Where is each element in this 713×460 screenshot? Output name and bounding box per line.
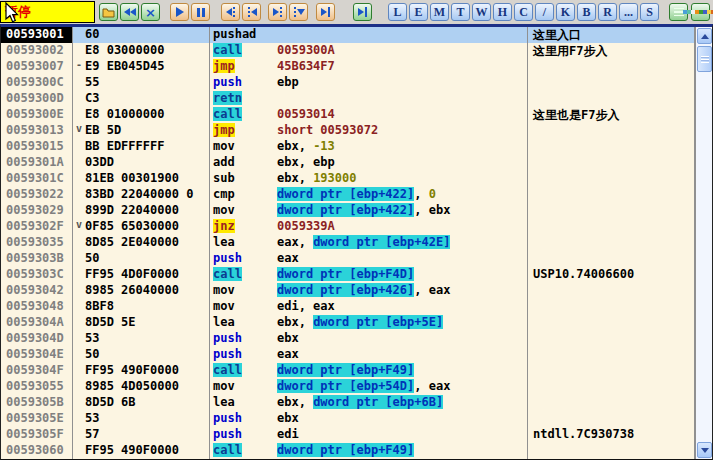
disasm-row[interactable]: 0059304FFF95 490F0000calldword ptr [ebp+… bbox=[1, 363, 695, 379]
disasm-row[interactable]: 0059300DC3retn bbox=[1, 91, 695, 107]
disasm-row[interactable]: 005930558985 4D050000movdword ptr [ebp+5… bbox=[1, 379, 695, 395]
bytes-text: BB EDFFFFFF bbox=[85, 139, 164, 153]
operand: short 00593072 bbox=[277, 123, 378, 137]
disasm-row[interactable]: 0059304D53pushebx bbox=[1, 331, 695, 347]
disasm-row[interactable]: 00593015BB EDFFFFFFmovebx, -13 bbox=[1, 139, 695, 155]
threads-button[interactable]: T bbox=[451, 3, 470, 21]
operand: dword ptr [ebp+422] bbox=[277, 203, 414, 217]
disasm-row[interactable]: 0059300C55pushebp bbox=[1, 75, 695, 91]
animate-over-button[interactable] bbox=[289, 3, 308, 21]
rewind-icon bbox=[124, 8, 136, 16]
instruction-cell: pushebx bbox=[210, 411, 528, 427]
bytes-text: 55 bbox=[85, 75, 99, 89]
instruction-cell: retn bbox=[210, 91, 528, 107]
disasm-row[interactable]: 0059303B50pusheax bbox=[1, 251, 695, 267]
disasm-row[interactable]: 00593002E8 03000000call0059300A这里用F7步入 bbox=[1, 43, 695, 59]
source-button[interactable]: S bbox=[640, 3, 659, 21]
windows-button[interactable]: W bbox=[472, 3, 491, 21]
disasm-row[interactable]: 005930488BF8movedi, eax bbox=[1, 299, 695, 315]
disasm-row[interactable]: 0059301C81EB 00301900subebx, 193000 bbox=[1, 171, 695, 187]
run-trace-button[interactable]: ... bbox=[619, 3, 638, 21]
scroll-down-button[interactable] bbox=[697, 442, 712, 458]
instruction-cell: calldword ptr [ebp+F49] bbox=[210, 363, 528, 379]
disasm-row[interactable]: 005930428985 26040000movdword ptr [ebp+4… bbox=[1, 283, 695, 299]
bytes-cell: E8 01000000 bbox=[73, 107, 210, 123]
scrollbar-thumb[interactable] bbox=[697, 46, 712, 72]
disasm-row[interactable]: 0059305F57pushedintdll.7C930738 bbox=[1, 427, 695, 443]
cpu-window-button[interactable]: C bbox=[514, 3, 533, 21]
disasm-row[interactable]: 0059305B8D5D 6Bleaebx, dword ptr [ebp+6B… bbox=[1, 395, 695, 411]
animate-into-button[interactable] bbox=[268, 3, 287, 21]
executable-modules-button[interactable]: E bbox=[409, 3, 428, 21]
bytes-text: E8 01000000 bbox=[85, 107, 164, 121]
references-button[interactable]: R bbox=[598, 3, 617, 21]
disasm-row[interactable]: 0059300160pushad这里入口 bbox=[1, 27, 695, 43]
operand: eax, bbox=[277, 235, 313, 249]
disasm-row[interactable]: 0059302Fv0F85 65030000jnz0059339A bbox=[1, 219, 695, 235]
instruction-cell: movdword ptr [ebp+422], ebx bbox=[210, 203, 528, 219]
address-cell: 0059304A bbox=[1, 315, 73, 331]
memory-map-button[interactable]: M bbox=[430, 3, 449, 21]
disasm-row[interactable]: 0059304E50pusheax bbox=[1, 347, 695, 363]
address-cell: 0059303C bbox=[1, 267, 73, 283]
disasm-row[interactable]: 0059302283BD 22040000 0cmpdword ptr [ebp… bbox=[1, 187, 695, 203]
comment-cell bbox=[528, 171, 695, 187]
mnemonic-field: lea bbox=[213, 315, 277, 329]
disasm-row[interactable]: 0059301A03DDaddebx, ebp bbox=[1, 155, 695, 171]
scroll-up-button[interactable] bbox=[697, 28, 712, 44]
bytes-text: E9 EB045D45 bbox=[85, 59, 164, 73]
instruction-cell: jmpshort 00593072 bbox=[210, 123, 528, 139]
bytes-text: 8985 26040000 bbox=[85, 283, 179, 297]
patches-button[interactable]: / bbox=[535, 3, 554, 21]
close-button[interactable]: × bbox=[141, 3, 160, 21]
operand: ebx bbox=[277, 331, 299, 345]
log-window-button[interactable]: L bbox=[388, 3, 407, 21]
bytes-text: 83BD 22040000 0 bbox=[85, 187, 193, 201]
disasm-row[interactable]: 00593007-E9 EB045D45jmp45B634F7 bbox=[1, 59, 695, 75]
mnemonic-field: mov bbox=[213, 379, 277, 393]
mnemonic-text: push bbox=[213, 75, 242, 89]
instruction-cell: calldword ptr [ebp+F4D] bbox=[210, 267, 528, 283]
toolbar-buttons: ×LEMTWHC/KBR...S? bbox=[99, 0, 713, 24]
bytes-text: 81EB 00301900 bbox=[85, 171, 179, 185]
appearance-button[interactable] bbox=[691, 3, 710, 21]
address-cell: 0059305E bbox=[1, 411, 73, 427]
step-into-button[interactable] bbox=[221, 3, 240, 21]
address-cell: 00593001 bbox=[1, 27, 73, 43]
call-stack-button[interactable]: K bbox=[556, 3, 575, 21]
disasm-row[interactable]: 00593029899D 22040000movdword ptr [ebp+4… bbox=[1, 203, 695, 219]
disasm-row[interactable]: 0059303CFF95 4D0F0000calldword ptr [ebp+… bbox=[1, 267, 695, 283]
disasm-row[interactable]: 00593013vEB 5Djmpshort 00593072 bbox=[1, 123, 695, 139]
vertical-scrollbar[interactable] bbox=[695, 27, 712, 459]
operand: edi bbox=[277, 427, 299, 441]
comment-cell bbox=[528, 395, 695, 411]
handles-button[interactable]: H bbox=[493, 3, 512, 21]
step-over-button[interactable] bbox=[242, 3, 261, 21]
operand: , eax bbox=[414, 379, 450, 393]
bytes-cell: 55 bbox=[73, 75, 210, 91]
comment-cell bbox=[528, 379, 695, 395]
jump-direction-marker: v bbox=[76, 219, 82, 230]
disasm-row[interactable]: 0059304A8D5D 5Eleaebx, dword ptr [ebp+5E… bbox=[1, 315, 695, 331]
operand: ebx, bbox=[277, 395, 313, 409]
mnemonic-text: add bbox=[213, 155, 235, 169]
address-cell: 0059305F bbox=[1, 427, 73, 443]
restart-button[interactable] bbox=[120, 3, 139, 21]
disasm-row[interactable]: 005930358D85 2E040000leaeax, dword ptr [… bbox=[1, 235, 695, 251]
bytes-text: FF95 490F0000 bbox=[85, 443, 179, 457]
address-cell: 00593042 bbox=[1, 283, 73, 299]
execute-till-user-code-button[interactable] bbox=[353, 3, 372, 21]
bytes-cell: 50 bbox=[73, 251, 210, 267]
disasm-row[interactable]: 00593060FF95 490F0000calldword ptr [ebp+… bbox=[1, 443, 695, 459]
operand: edi, eax bbox=[277, 299, 335, 313]
pause-button[interactable] bbox=[191, 3, 210, 21]
execute-till-return-button[interactable] bbox=[316, 3, 335, 21]
operand: dword ptr [ebp+F49] bbox=[277, 363, 414, 377]
disasm-row[interactable]: 0059300EE8 01000000call00593014这里也是F7步入 bbox=[1, 107, 695, 123]
run-button[interactable] bbox=[170, 3, 189, 21]
open-file-button[interactable] bbox=[99, 3, 118, 21]
address-cell: 0059304E bbox=[1, 347, 73, 363]
breakpoints-button[interactable]: B bbox=[577, 3, 596, 21]
pause-status: 暂停 bbox=[0, 1, 95, 23]
disasm-row[interactable]: 0059305E53pushebx bbox=[1, 411, 695, 427]
